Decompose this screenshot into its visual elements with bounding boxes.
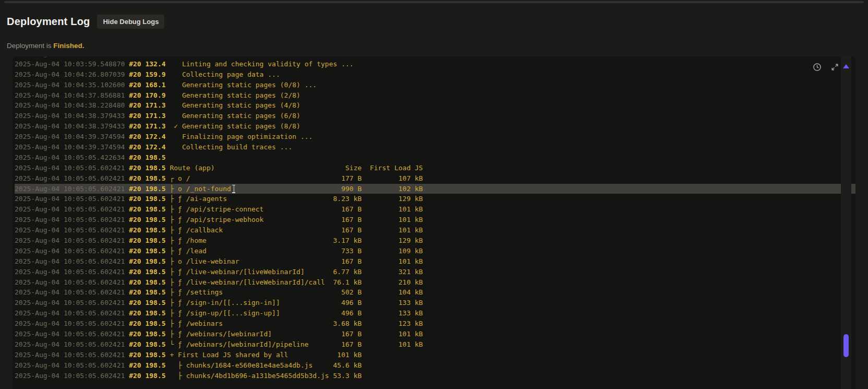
log-line: 2025-Aug-04 10:05:05.602421 #20 198.5 └ … [15,339,855,350]
log-msg: Route (app) Size First Load JS [170,164,423,172]
log-tag: #20 198.5 [129,154,165,161]
log-msg: ├ ƒ /api/stripe-webhook 167 B 101 kB [170,216,423,223]
log-line: 2025-Aug-04 10:05:05.422634 #20 198.5 [15,152,855,163]
log-ts: 2025-Aug-04 10:05:05.602421 [15,237,125,244]
log-ts: 2025-Aug-04 10:05:05.602421 [15,226,125,234]
log-scrollbar[interactable] [841,56,851,389]
log-tag: #20 198.5 [129,288,165,296]
log-msg: ├ chunks/4bd1b696-a131be5465dd5b3d.js 53… [170,372,361,380]
log-line: 2025-Aug-04 10:04:39.374594 #20 172.4 Fi… [15,132,855,142]
log-msg: ├ ƒ /live-webinar/[liveWebinarId] 6.77 k… [170,268,423,276]
log-msg: ├ ƒ /settings 502 B 104 kB [170,288,423,296]
log-line: 2025-Aug-04 10:04:35.102600 #20 168.1 Ge… [15,80,855,90]
log-msg: + First Load JS shared by all 101 kB [170,351,361,359]
scroll-to-top-arrow[interactable] [843,64,849,68]
log-msg: └ ƒ /webinars/[webinarId]/pipeline 167 B… [170,340,423,348]
log-line: 2025-Aug-04 10:05:05.602421 #20 198.5 ├ … [15,246,855,256]
log-tag: #20 172.4 [129,133,165,140]
log-msg: ├ ƒ /webinars/[webinarId] 167 B 101 kB [170,330,423,338]
deployment-log-panel: 2025-Aug-04 10:03:59.548870 #20 132.4 20… [13,56,855,389]
log-line: 2025-Aug-04 10:04:37.856881 #20 170.9 Ge… [15,90,855,101]
log-tag: #20 198.5 [129,351,165,359]
log-ts: 2025-Aug-04 10:03:59.548870 [15,56,125,57]
log-line: 2025-Aug-04 10:05:05.602421 #20 198.5 ├ … [15,277,855,288]
log-line: 2025-Aug-04 10:03:59.548870 #20 132.4 Li… [15,59,855,69]
log-line: 2025-Aug-04 10:05:05.602421 #20 198.5 ├ … [15,235,855,246]
log-tag: #20 132.4 [129,56,165,57]
log-tag: #20 198.5 [129,330,165,338]
log-line: 2025-Aug-04 10:05:05.602421 #20 198.5 ├ … [15,287,855,298]
log-ts: 2025-Aug-04 10:05:05.602421 [15,247,125,255]
log-tag: #20 198.5 [129,216,165,223]
scrollbar-thumb[interactable] [843,334,849,357]
log-line: 2025-Aug-04 10:05:05.602421 #20 198.5 ├ … [15,194,855,204]
log-ts: 2025-Aug-04 10:04:38.228480 [15,101,125,109]
log-tag: #20 198.5 [129,205,165,213]
log-ts: 2025-Aug-04 10:03:59.548870 [15,60,125,68]
log-ts: 2025-Aug-04 10:05:05.602421 [15,372,125,380]
log-tag: #20 198.5 [129,340,165,348]
log-tag: #20 198.5 [129,164,165,172]
history-button[interactable] [812,63,822,73]
log-msg: Linting and checking validity of types .… [170,60,353,68]
log-tag: #20 159.9 [129,70,165,78]
log-ts: 2025-Aug-04 10:04:39.374594 [15,143,125,151]
log-line: 2025-Aug-04 10:04:38.379433 #20 171.3 Ge… [15,111,855,121]
log-ts: 2025-Aug-04 10:05:05.602421 [15,278,125,286]
log-line: 2025-Aug-04 10:05:05.602421 #20 198.5 ├ … [15,308,855,319]
log-ts: 2025-Aug-04 10:04:26.807039 [15,70,125,78]
text-cursor [232,185,236,193]
log-msg: ├ chunks/1684-e560e81e4ae5a4db.js 45.6 k… [170,361,361,369]
top-divider [4,1,864,3]
log-tag: #20 198.5 [129,185,165,193]
log-line: 2025-Aug-04 10:05:05.602421 #20 198.5 ├ … [15,329,855,339]
expand-icon [830,63,839,73]
log-ts: 2025-Aug-04 10:05:05.422634 [15,154,125,161]
log-msg: ├ ƒ /ai-agents 8.23 kB 129 kB [170,195,423,203]
log-tag: #20 198.5 [129,247,165,255]
log-line: 2025-Aug-04 10:05:05.602421 #20 198.5 ├ … [15,204,855,215]
log-line: 2025-Aug-04 10:05:05.602421 #20 198.5 ├ … [15,256,855,267]
log-ts: 2025-Aug-04 10:04:37.856881 [15,91,125,99]
log-ts: 2025-Aug-04 10:05:05.602421 [15,216,125,223]
log-tag: #20 198.5 [129,268,165,276]
log-tag: #20 172.4 [129,143,165,151]
log-tag: #20 198.5 [129,226,165,234]
hide-debug-logs-button[interactable]: Hide Debug Logs [97,15,164,29]
log-tag: #20 198.5 [129,361,165,369]
log-ts: 2025-Aug-04 10:05:05.602421 [15,309,125,317]
log-lines: 2025-Aug-04 10:03:59.548870 #20 132.4 20… [13,56,855,381]
log-line: 2025-Aug-04 10:05:05.602421 #20 198.5 ├ … [15,184,855,194]
log-tag: #20 132.4 [129,60,165,68]
log-line: 2025-Aug-04 10:05:05.602421 #20 198.5 ├ … [15,319,855,329]
log-ts: 2025-Aug-04 10:05:05.602421 [15,288,125,296]
log-msg: Generating static pages (2/8) [170,91,300,99]
log-ts: 2025-Aug-04 10:05:05.602421 [15,299,125,307]
log-ts: 2025-Aug-04 10:05:05.602421 [15,185,125,193]
log-tag: #20 198.5 [129,257,165,265]
log-tag: #20 198.5 [129,174,165,182]
page-title: Deployment Log [7,16,90,28]
log-tag: #20 198.5 [129,372,165,380]
log-line: 2025-Aug-04 10:03:59.548870 #20 132.4 [15,56,855,59]
log-ts: 2025-Aug-04 10:05:05.602421 [15,361,125,369]
log-msg: ├ ƒ /live-webinar/[liveWebinarId]/call 7… [170,278,423,286]
log-msg: Finalizing page optimization ... [170,133,312,140]
log-msg: ┌ o / 177 B 107 kB [170,174,423,182]
log-line: 2025-Aug-04 10:05:05.602421 #20 198.5 ├ … [15,371,855,381]
log-tag: #20 198.5 [129,237,165,244]
log-ts: 2025-Aug-04 10:05:05.602421 [15,257,125,265]
log-tag: #20 168.1 [129,81,165,89]
fullscreen-button[interactable] [829,63,840,73]
log-ts: 2025-Aug-04 10:04:38.379433 [15,112,125,120]
log-ts: 2025-Aug-04 10:05:05.602421 [15,320,125,327]
deployment-status: Deployment is Finished. [7,42,85,50]
log-ts: 2025-Aug-04 10:05:05.602421 [15,205,125,213]
log-line: 2025-Aug-04 10:05:05.602421 #20 198.5 ├ … [15,215,855,225]
header: Deployment Log Hide Debug Logs [7,15,164,29]
log-msg: ✓ Generating static pages (8/8) [170,122,300,130]
log-ts: 2025-Aug-04 10:05:05.602421 [15,330,125,338]
log-panel-controls [812,63,840,73]
log-ts: 2025-Aug-04 10:05:05.602421 [15,164,125,172]
log-msg: ├ ƒ /callback 167 B 101 kB [170,226,423,234]
